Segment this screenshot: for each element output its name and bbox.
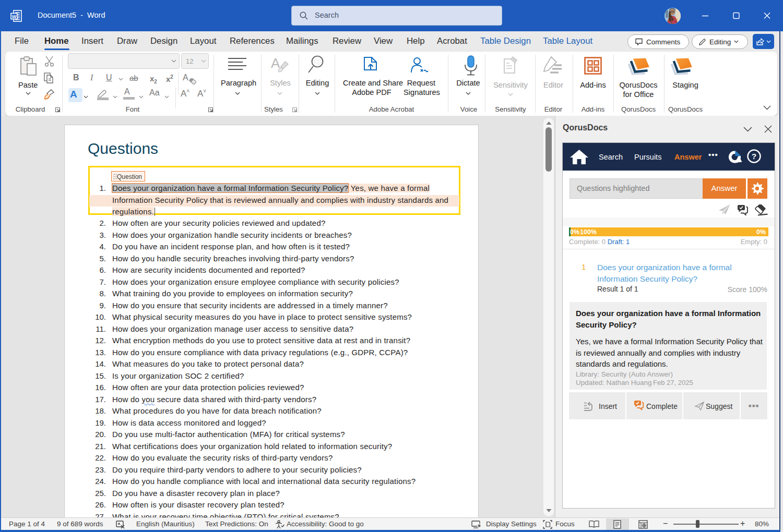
svg-text:?: ? <box>752 152 756 161</box>
svg-text:W: W <box>12 14 17 19</box>
